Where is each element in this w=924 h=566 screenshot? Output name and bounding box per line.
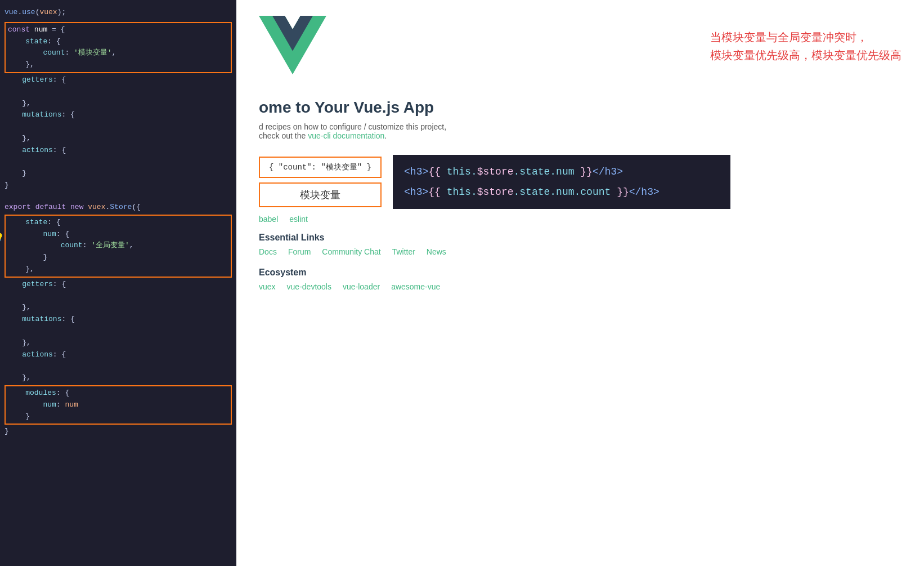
code-line: vue.use(vuex); xyxy=(0,7,236,19)
essential-links-title: Essential Links xyxy=(259,233,901,243)
awesome-vue-link[interactable]: awesome-vue xyxy=(391,282,440,291)
community-chat-link[interactable]: Community Chat xyxy=(322,247,380,256)
middle-area: { "count": "模块变量" } 模块变量 <h3>{{ this.$st… xyxy=(236,149,924,215)
twitter-link[interactable]: Twitter xyxy=(392,247,415,256)
forum-link[interactable]: Forum xyxy=(288,247,311,256)
welcome-section: ome to Your Vue.js App d recipes on how … xyxy=(236,93,924,149)
welcome-title: ome to Your Vue.js App xyxy=(259,99,901,117)
app-panel: 当模块变量与全局变量冲突时， 模块变量优先级高，模块变量优先级高 ome to … xyxy=(236,0,924,566)
essential-links-row: Docs Forum Community Chat Twitter News xyxy=(259,247,901,256)
plugin-links: babel eslint xyxy=(236,215,924,224)
babel-link[interactable]: babel xyxy=(259,215,278,224)
lightbulb-icon: 💡 xyxy=(0,231,4,244)
vue-loader-link[interactable]: vue-loader xyxy=(343,282,380,291)
annotation-text: 当模块变量与全局变量冲突时， 模块变量优先级高，模块变量优先级高 xyxy=(710,28,901,64)
ecosystem-title: Ecosystem xyxy=(259,268,901,278)
annotation-line2: 模块变量优先级高，模块变量优先级高 xyxy=(710,46,901,64)
state-display: { "count": "模块变量" } 模块变量 xyxy=(259,157,382,207)
highlight-block-3: modules: { num: num } xyxy=(5,385,232,425)
app-top: 当模块变量与全局变量冲突时， 模块变量优先级高，模块变量优先级高 xyxy=(236,0,924,93)
code-display-line1: <h3>{{ this.$store.state.num }}</h3> xyxy=(404,162,719,182)
vue-cli-docs-link[interactable]: vue-cli documentation xyxy=(308,131,384,140)
ecosystem-section: Ecosystem vuex vue-devtools vue-loader a… xyxy=(236,263,924,298)
code-editor: vue.use(vuex); const num = { state: { co… xyxy=(0,0,236,566)
highlight-block-2: 💡 state: { num: { count: '全局变量', } }, xyxy=(5,215,232,278)
essential-links-section: Essential Links Docs Forum Community Cha… xyxy=(236,228,924,263)
state-json-box: { "count": "模块变量" } xyxy=(259,157,382,178)
welcome-desc: d recipes on how to configure / customiz… xyxy=(259,122,901,140)
code-display-line2: <h3>{{ this.$store.state.num.count }}</h… xyxy=(404,182,719,202)
vuex-link[interactable]: vuex xyxy=(259,282,276,291)
code-template-display: <h3>{{ this.$store.state.num }}</h3> <h3… xyxy=(393,155,730,209)
annotation-line1: 当模块变量与全局变量冲突时， xyxy=(710,28,901,46)
vue-logo-area xyxy=(259,11,688,93)
highlight-block-1: const num = { state: { count: '模块变量', }, xyxy=(5,22,232,73)
vue-logo xyxy=(259,11,326,79)
vue-devtools-link[interactable]: vue-devtools xyxy=(287,282,331,291)
docs-link[interactable]: Docs xyxy=(259,247,277,256)
ecosystem-links-row: vuex vue-devtools vue-loader awesome-vue xyxy=(259,282,901,291)
state-value-box: 模块变量 xyxy=(259,182,382,207)
news-link[interactable]: News xyxy=(427,247,446,256)
eslint-link[interactable]: eslint xyxy=(289,215,308,224)
